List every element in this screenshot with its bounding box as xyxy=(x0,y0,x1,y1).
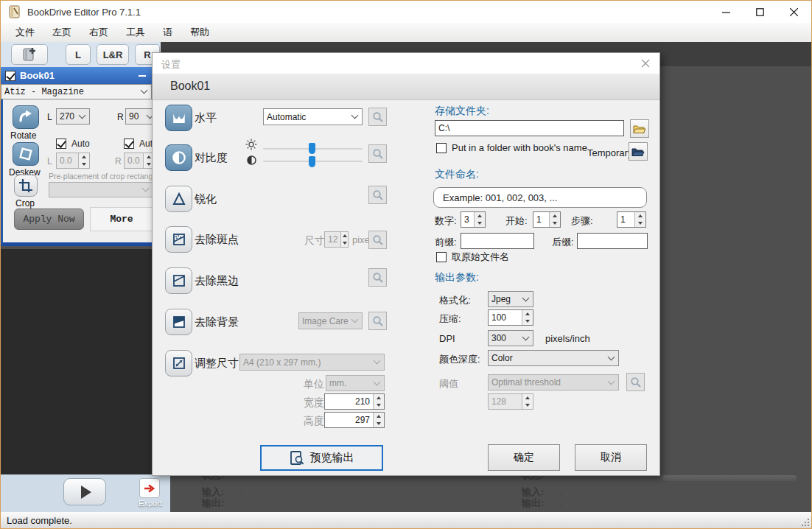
menu-language[interactable]: 语 xyxy=(154,23,181,42)
level-preview-button[interactable] xyxy=(368,108,387,126)
book-checkbox[interactable] xyxy=(5,71,15,81)
more-button[interactable]: More xyxy=(90,207,153,231)
auto-r-checkbox[interactable] xyxy=(124,139,134,149)
spin-down[interactable] xyxy=(374,420,384,427)
threshold-dropdown[interactable]: Optimal threshold xyxy=(488,374,619,390)
preset-dropdown[interactable]: Atiz - Magazine xyxy=(1,84,152,99)
unit-dropdown[interactable]: mm. xyxy=(326,375,385,391)
maximize-button[interactable] xyxy=(743,1,777,23)
prefix-input[interactable] xyxy=(461,233,534,249)
spin-up[interactable] xyxy=(475,212,485,220)
folder-heading: 存储文件夹: xyxy=(435,105,489,118)
menu-left-page[interactable]: 左页 xyxy=(43,23,80,42)
play-icon xyxy=(81,486,91,499)
start-label: 开始: xyxy=(505,214,528,228)
chevron-down-icon xyxy=(142,185,150,192)
spin-down[interactable] xyxy=(475,220,485,227)
background-dropdown[interactable]: Image Care xyxy=(298,312,363,329)
new-book-button[interactable] xyxy=(11,44,48,65)
crop-preset-dropdown[interactable] xyxy=(49,182,153,197)
spin-down[interactable] xyxy=(341,239,348,247)
contrast-preview-button[interactable] xyxy=(368,144,387,163)
spin-up[interactable] xyxy=(374,413,384,420)
dpi-dropdown[interactable]: 300 xyxy=(488,330,533,346)
width-spinner[interactable]: 210 xyxy=(324,393,385,410)
contrast-slider-thumb[interactable] xyxy=(309,156,315,167)
digits-spinner[interactable]: 3 xyxy=(461,211,486,228)
threshold-number-spinner[interactable]: 128 xyxy=(488,393,533,410)
spin-up[interactable] xyxy=(374,394,384,402)
level-dropdown[interactable]: Automatic xyxy=(263,108,363,125)
spin-down[interactable] xyxy=(550,220,560,227)
folder-open-icon xyxy=(633,124,646,134)
spin-down[interactable] xyxy=(374,402,384,409)
book-panel-header[interactable]: Book01 xyxy=(1,67,152,84)
spin-down[interactable] xyxy=(635,220,645,227)
spin-up[interactable] xyxy=(341,232,348,239)
close-button[interactable] xyxy=(777,1,811,23)
menu-file[interactable]: 文件 xyxy=(7,23,43,42)
step-spinner[interactable]: 1 xyxy=(617,211,646,228)
menu-right-page[interactable]: 右页 xyxy=(80,23,117,42)
preview-output-button[interactable]: 预览输出 xyxy=(260,445,383,471)
dialog-title: 设置 xyxy=(161,58,181,71)
dialog-titlebar: 设置 xyxy=(153,53,659,74)
dialog-close-button[interactable] xyxy=(636,55,655,71)
both-pages-button[interactable]: L&R xyxy=(97,44,129,65)
apply-now-button[interactable]: Apply Now xyxy=(14,209,84,230)
color-depth-dropdown[interactable]: Color xyxy=(488,350,619,366)
params-heading: 输出参数: xyxy=(435,271,479,284)
horizontal-scrollbar[interactable] xyxy=(662,475,797,481)
spin-up[interactable] xyxy=(522,310,533,318)
cancel-button[interactable]: 取消 xyxy=(575,444,647,471)
export-icon xyxy=(144,484,155,493)
folder-with-book-name-option[interactable]: Put in a folder with book's name xyxy=(436,142,587,153)
height-spinner[interactable]: 297 xyxy=(324,412,385,428)
black-border-preview-button[interactable] xyxy=(368,268,387,287)
status-bar: Load complete. xyxy=(1,512,811,528)
spin-up[interactable] xyxy=(522,394,533,402)
minimize-button[interactable] xyxy=(710,1,743,23)
suffix-input[interactable] xyxy=(577,233,648,249)
folder-with-book-name-checkbox[interactable] xyxy=(436,143,447,153)
menu-tools[interactable]: 工具 xyxy=(117,23,154,42)
original-filename-checkbox[interactable] xyxy=(436,252,447,262)
spin-down[interactable] xyxy=(522,402,533,409)
export-button[interactable] xyxy=(139,478,160,498)
format-dropdown[interactable]: Jpeg xyxy=(488,291,533,307)
compression-spinner[interactable]: 100 xyxy=(488,309,533,326)
deskew-auto-l[interactable]: Auto xyxy=(56,139,90,149)
chevron-down-icon xyxy=(141,87,148,94)
rotate-l-dropdown[interactable]: 270 xyxy=(56,108,90,125)
temporary-folder-button[interactable] xyxy=(629,142,648,161)
width-label: 宽度 xyxy=(304,396,324,410)
threshold-value: Optimal threshold xyxy=(491,377,606,388)
despeckle-size-spinner[interactable]: 12 xyxy=(324,231,349,248)
deskew-l-spinner[interactable]: 0.0 xyxy=(56,153,90,169)
deskew-r-spinner[interactable]: 0.0 xyxy=(124,153,155,169)
despeckle-preview-button[interactable] xyxy=(368,231,387,249)
left-page-button[interactable]: L xyxy=(66,44,91,65)
threshold-number-value: 128 xyxy=(489,394,522,409)
menu-help[interactable]: 帮助 xyxy=(181,23,218,42)
auto-l-checkbox[interactable] xyxy=(56,139,66,149)
resize-grip[interactable] xyxy=(801,518,810,527)
spin-up[interactable] xyxy=(635,212,645,220)
sharpen-preview-button[interactable] xyxy=(368,186,387,204)
original-filename-option[interactable]: 取原始文件名 xyxy=(436,251,509,264)
spin-down[interactable] xyxy=(79,161,89,168)
play-button[interactable] xyxy=(63,478,106,505)
spin-up[interactable] xyxy=(550,212,560,220)
collapse-icon[interactable] xyxy=(139,75,146,77)
spin-up[interactable] xyxy=(79,153,89,161)
paper-size-dropdown[interactable]: A4 (210 x 297 mm.) xyxy=(239,354,385,371)
background-preview-button[interactable] xyxy=(368,312,387,330)
start-spinner[interactable]: 1 xyxy=(533,211,561,228)
browse-folder-button[interactable] xyxy=(630,119,649,138)
threshold-preview-button[interactable] xyxy=(626,373,645,391)
brightness-slider-thumb[interactable] xyxy=(309,143,315,154)
remove-background-label: 去除背景 xyxy=(195,315,239,329)
ok-button[interactable]: 确定 xyxy=(488,444,560,471)
spin-down[interactable] xyxy=(522,318,533,325)
folder-path-input[interactable]: C:\ xyxy=(435,120,624,136)
